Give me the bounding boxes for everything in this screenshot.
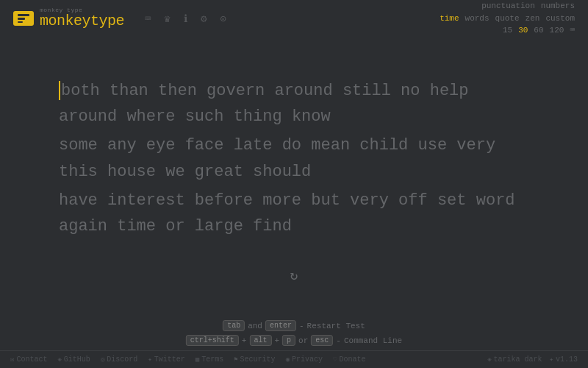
mode-row-1: punctuation numbers [481,0,575,13]
svg-rect-1 [18,18,25,20]
theme-label: tarika dark [494,355,542,364]
word: know [292,107,331,126]
word: do [282,136,312,155]
quote-option[interactable]: quote [495,13,520,25]
tab-key[interactable]: tab [223,320,245,331]
logo-name[interactable]: monkeytype [40,13,124,29]
command-label: Command Line [344,336,402,345]
theme-icon: ◈ [487,355,491,364]
contact-icon: ✉ [10,355,14,364]
footer: ✉ Contact ◈ GitHub ◎ Discord ✦ Twitter ▦… [0,350,588,368]
cursor [59,81,60,100]
donate-label: Donate [339,355,365,364]
time-30[interactable]: 30 [518,24,528,37]
time-60[interactable]: 60 [534,24,543,37]
word: some [59,136,107,155]
logo-icon[interactable] [13,11,34,26]
restart-label: Restart Test [307,322,365,330]
security-label: Security [240,355,276,364]
word: such [185,107,234,126]
word: house [107,163,165,181]
word: we [165,163,195,181]
version-icon: ✦ [550,355,553,364]
privacy-label: Privacy [292,355,323,364]
word: mean [311,136,359,155]
restart-shortcut: tab and enter - Restart Test [223,320,365,331]
contact-link[interactable]: ✉ Contact [10,355,47,364]
time-option[interactable]: time [440,13,459,25]
terms-icon: ▦ [196,355,199,364]
word: still [343,82,401,100]
header: monkey type monkeytype ⌨ ♛ ℹ ⚙ ⊙ punctua… [0,0,588,34]
twitter-icon: ✦ [148,355,151,364]
word: help [430,82,469,100]
ctrl-shift-key[interactable]: ctrl+shift [186,335,239,346]
version-link[interactable]: ✦ v1.13 [550,355,578,364]
privacy-link[interactable]: ◉ Privacy [286,355,323,364]
word: off [398,191,437,210]
time-15[interactable]: 15 [503,24,512,37]
word: any [107,136,146,155]
typing-text[interactable]: both than then govern around still no he… [59,78,529,242]
svg-rect-0 [18,14,29,16]
theme-link[interactable]: ◈ tarika dark [487,355,542,364]
word: more [262,191,311,210]
security-icon: ⚑ [234,355,237,364]
discord-link[interactable]: ◎ Discord [101,355,137,364]
word: then [158,82,207,100]
esc-key[interactable]: esc [311,335,333,346]
word: but [311,191,350,210]
word: govern [207,82,274,100]
info-icon[interactable]: ℹ [184,13,187,25]
word: set [437,191,476,210]
and-label: and [248,322,262,330]
word: face [185,136,234,155]
word: around [59,107,126,126]
word: around [274,82,342,100]
enter-key[interactable]: enter [265,320,296,331]
numbers-option[interactable]: numbers [541,0,575,13]
words-option[interactable]: words [465,13,490,25]
shortcuts-area: tab and enter - Restart Test ctrl+shift … [186,320,402,346]
github-icon: ◈ [57,355,61,364]
svg-rect-2 [18,21,23,23]
github-link[interactable]: ◈ GitHub [57,355,90,364]
zen-option[interactable]: zen [526,13,540,25]
loading-spinner: ↻ [290,267,298,283]
plus-2: + [274,336,279,345]
main-typing-area: both than then govern around still no he… [0,63,588,298]
footer-left: ✉ Contact ◈ GitHub ◎ Discord ✦ Twitter ▦… [10,355,366,364]
time-120[interactable]: 120 [550,24,564,37]
punctuation-option[interactable]: punctuation [481,0,535,13]
top-right-options: punctuation numbers time words quote zen… [440,0,575,37]
contact-label: Contact [16,355,47,364]
twitter-link[interactable]: ✦ Twitter [148,355,184,364]
crown-icon[interactable]: ♛ [164,13,170,25]
terms-link[interactable]: ▦ Terms [196,355,223,364]
word: child [359,136,417,155]
word: this [59,163,107,181]
alt-key[interactable]: alt [249,335,271,346]
word: large [195,217,253,236]
version-label: v1.13 [556,355,578,364]
settings-icon[interactable]: ⚙ [201,13,207,25]
text-line-3: have interest before more but very off s… [59,188,529,239]
security-link[interactable]: ⚑ Security [234,355,275,364]
discord-label: Discord [107,355,137,364]
profile-icon[interactable]: ⊙ [220,13,226,25]
word: or [165,217,195,236]
logo-text-area: monkey type monkeytype [40,7,124,29]
word: word [476,191,515,210]
donate-icon: ♡ [333,355,337,364]
twitter-label: Twitter [154,355,185,364]
keyboard-icon[interactable]: ⌨ [145,13,151,25]
word: find [253,217,292,236]
shuffle-icon[interactable]: ⌨ [570,24,575,37]
p-key[interactable]: p [282,335,295,346]
terms-label: Terms [201,355,223,364]
custom-option[interactable]: custom [545,13,575,25]
donate-link[interactable]: ♡ Donate [333,355,365,364]
mode-row-2: time words quote zen custom [440,13,575,25]
nav-icons: ⌨ ♛ ℹ ⚙ ⊙ [145,13,226,25]
shortcut-separator: - [299,322,304,330]
